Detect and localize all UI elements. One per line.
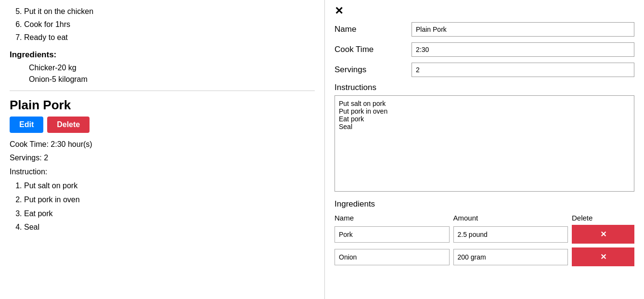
left-panel: Put it on the chicken Cook for 1hrs Read… — [0, 0, 325, 299]
servings-display: Servings: 2 — [10, 151, 315, 165]
ingredient-item: Onion-5 kilogram — [29, 75, 315, 84]
recipe-meta: Cook Time: 2:30 hour(s) Servings: 2 Inst… — [10, 138, 315, 179]
recipe-title-left: Plain Pork — [10, 98, 315, 113]
servings-label: Servings — [335, 65, 412, 75]
steps-above: Put it on the chicken Cook for 1hrs Read… — [10, 5, 315, 44]
ingredient-delete-col: ✕ — [572, 225, 634, 244]
delete-button[interactable]: Delete — [47, 117, 90, 133]
ingredient-amount-col — [453, 249, 568, 265]
instructions-group: Instructions — [335, 83, 634, 192]
ingredient-name-input-1[interactable] — [335, 249, 450, 265]
step-item: Put it on the chicken — [24, 5, 315, 18]
col-header-delete: Delete — [572, 214, 634, 222]
servings-input[interactable] — [412, 63, 634, 77]
name-field-group: Name — [335, 22, 634, 37]
instructions-textarea[interactable] — [335, 95, 634, 192]
ingredient-item: Chicker-20 kg — [29, 64, 315, 72]
ingredients-label-left: Ingredients: — [10, 50, 315, 60]
ingredient-amount-col — [453, 226, 568, 243]
name-input[interactable] — [412, 22, 634, 37]
name-label: Name — [335, 25, 412, 34]
cook-time-label: Cook Time — [335, 45, 412, 54]
col-header-amount: Amount — [453, 214, 568, 222]
cook-time-field-group: Cook Time — [335, 42, 634, 57]
step-item: Cook for 1hrs — [24, 18, 315, 31]
ingredient-name-col — [335, 226, 450, 243]
close-button[interactable]: ✕ — [335, 5, 343, 17]
ingredient-row: ✕ — [335, 225, 634, 244]
ingredient-delete-col: ✕ — [572, 247, 634, 266]
instruction-list: Put salt on pork Put pork in oven Eat po… — [24, 179, 315, 234]
ingredient-delete-button-0[interactable]: ✕ — [572, 225, 634, 244]
instruction-item: Put salt on pork — [24, 179, 315, 193]
ingredient-row: ✕ — [335, 247, 634, 266]
instruction-label: Instruction: — [10, 165, 315, 179]
step-item: Ready to eat — [24, 31, 315, 44]
cook-time-display: Cook Time: 2:30 hour(s) — [10, 138, 315, 152]
ingredients-right-label: Ingredients — [335, 199, 634, 209]
servings-field-group: Servings — [335, 63, 634, 77]
divider — [10, 91, 315, 91]
action-buttons: Edit Delete — [10, 117, 315, 133]
col-header-name: Name — [335, 214, 450, 222]
instruction-item: Eat pork — [24, 207, 315, 221]
instruction-item: Put pork in oven — [24, 193, 315, 207]
right-panel: ✕ Name Cook Time Servings Instructions I… — [325, 0, 644, 299]
instruction-item: Seal — [24, 221, 315, 234]
ingredient-name-col — [335, 249, 450, 265]
ingredient-amount-input-1[interactable] — [453, 249, 568, 265]
ingredients-section-right: Ingredients Name Amount Delete ✕ — [335, 199, 634, 266]
ingredient-amount-input-0[interactable] — [453, 226, 568, 243]
ingredients-section-left: Ingredients: Chicker-20 kg Onion-5 kilog… — [10, 50, 315, 84]
ingredients-header: Name Amount Delete — [335, 214, 634, 222]
cook-time-input[interactable] — [412, 42, 634, 57]
ingredient-name-input-0[interactable] — [335, 226, 450, 243]
edit-button[interactable]: Edit — [10, 117, 43, 133]
instructions-label: Instructions — [335, 83, 634, 92]
ingredient-delete-button-1[interactable]: ✕ — [572, 247, 634, 266]
